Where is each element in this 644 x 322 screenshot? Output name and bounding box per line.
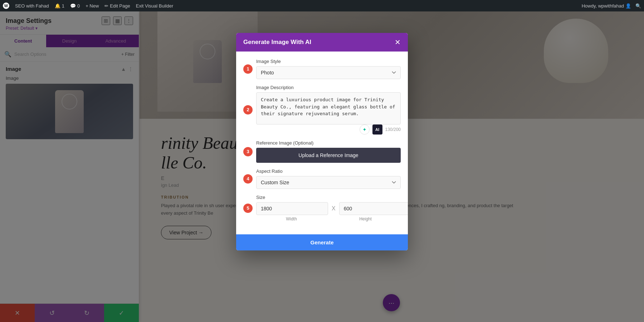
admin-search-icon[interactable]: 🔍: [635, 3, 641, 9]
image-description-label: Image Description: [256, 85, 401, 90]
step-1-badge: 1: [243, 64, 253, 74]
image-style-select[interactable]: Photo Illustration Painting Sketch: [256, 66, 401, 79]
site-name[interactable]: SEO with Fahad: [15, 3, 49, 9]
modal-close-button[interactable]: ✕: [395, 39, 401, 46]
modal-body: 1 Image Style Photo Illustration Paintin…: [236, 52, 408, 234]
user-avatar-icon: 👤: [625, 3, 631, 9]
ai-assist-button[interactable]: AI: [372, 125, 382, 135]
size-labels-row: Width Height: [256, 216, 401, 221]
step-2-badge: 2: [243, 105, 253, 114]
aspect-ratio-select[interactable]: Custom Size 1:1 16:9 4:3 3:2: [256, 176, 401, 189]
reference-image-label: Reference Image (Optional): [256, 140, 401, 146]
size-x-separator: X: [332, 205, 336, 212]
textarea-footer: ✦ AI 130/200: [256, 125, 401, 135]
width-input[interactable]: [256, 202, 328, 215]
new-button[interactable]: + New: [86, 3, 99, 9]
height-label: Height: [330, 216, 401, 221]
image-description-textarea[interactable]: Create a luxurious product image for Tri…: [256, 92, 401, 125]
comments[interactable]: 💬 0: [70, 3, 80, 9]
char-counter: 130/200: [385, 127, 401, 132]
step-5-size: 5 Size X Width Height: [256, 195, 401, 221]
modal-title: Generate Image With AI: [243, 39, 311, 46]
user-greeting[interactable]: Howdy, wpwithfahad 👤: [582, 3, 631, 9]
step-4-badge: 4: [243, 174, 253, 184]
wp-logo-icon[interactable]: W: [3, 3, 9, 9]
bell-icon: 🔔: [55, 3, 60, 9]
comment-icon: 💬: [70, 3, 76, 9]
step-3-badge: 3: [243, 147, 253, 156]
edit-page-button[interactable]: ✏ Edit Page: [104, 3, 130, 9]
exit-builder-button[interactable]: Exit Visual Builder: [136, 3, 174, 9]
step-3-reference-image: 3 Reference Image (Optional) Upload a Re…: [256, 140, 401, 163]
notifications[interactable]: 🔔 1: [55, 3, 64, 9]
generate-button[interactable]: Generate: [236, 234, 408, 250]
height-input[interactable]: [339, 202, 408, 215]
step-1-image-style: 1 Image Style Photo Illustration Paintin…: [256, 59, 401, 79]
pencil-icon: ✏: [104, 3, 108, 9]
image-style-label: Image Style: [256, 59, 401, 64]
aspect-ratio-label: Aspect Ratio: [256, 169, 401, 174]
step-5-badge: 5: [243, 204, 253, 213]
admin-bar: W SEO with Fahad 🔔 1 💬 0 + New ✏ Edit Pa…: [0, 0, 644, 11]
modal-header: Generate Image With AI ✕: [236, 33, 408, 52]
size-inputs-row: X: [256, 202, 401, 215]
width-label: Width: [256, 216, 327, 221]
generate-image-modal: Generate Image With AI ✕ 1 Image Style P…: [236, 33, 408, 250]
step-4-aspect-ratio: 4 Aspect Ratio Custom Size 1:1 16:9 4:3 …: [256, 169, 401, 189]
upload-reference-button[interactable]: Upload a Reference Image: [256, 148, 401, 163]
modal-overlay: Generate Image With AI ✕ 1 Image Style P…: [0, 11, 644, 322]
size-label: Size: [256, 195, 401, 200]
step-2-image-description: 2 Image Description Create a luxurious p…: [256, 85, 401, 135]
magic-wand-icon[interactable]: ✦: [360, 125, 370, 135]
